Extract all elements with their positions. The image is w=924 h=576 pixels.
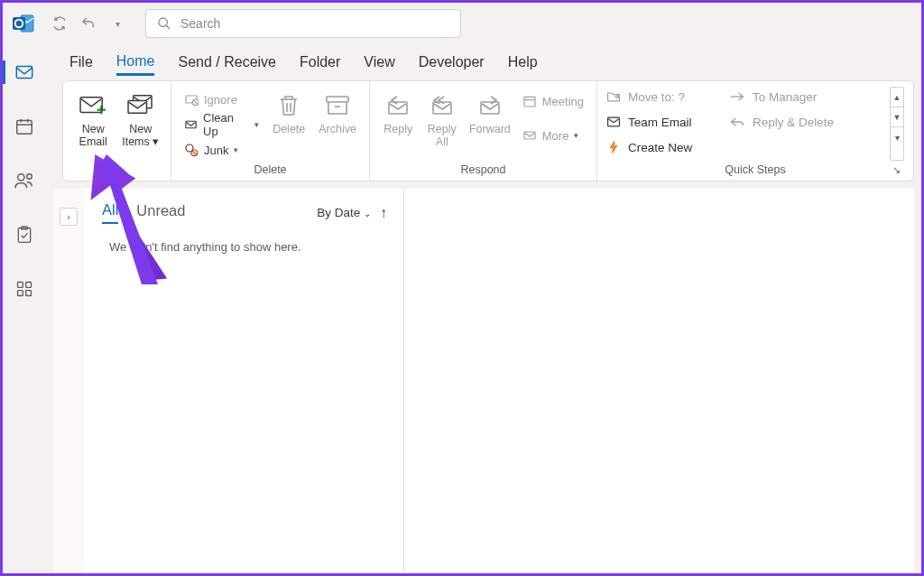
- svg-rect-15: [18, 283, 23, 288]
- reply-all-icon: [429, 95, 456, 116]
- quickstep-team-email[interactable]: Team Email: [606, 112, 722, 132]
- menu-home[interactable]: Home: [116, 50, 155, 76]
- svg-rect-27: [186, 121, 196, 128]
- svg-rect-23: [128, 100, 146, 113]
- filter-unread-tab[interactable]: Unread: [136, 202, 185, 223]
- svg-line-5: [166, 25, 170, 29]
- quickstep-reply-delete[interactable]: Reply & Delete: [729, 112, 852, 132]
- rail-calendar-icon[interactable]: [3, 111, 46, 142]
- rail-people-icon[interactable]: [3, 165, 46, 196]
- envelope-icon: [522, 128, 537, 143]
- more-respond-button[interactable]: More▾: [519, 125, 587, 146]
- quickstep-manager-label: To Manager: [753, 90, 817, 104]
- move-folder-icon: [606, 90, 621, 103]
- broom-icon: [184, 117, 198, 132]
- archive-icon: [325, 94, 350, 117]
- forward-icon: [477, 95, 503, 116]
- calendar-icon: [522, 94, 537, 108]
- reply-arrow-icon: [729, 116, 745, 127]
- new-group-label: w: [63, 161, 171, 181]
- new-items-button[interactable]: NewItems ▾: [120, 87, 162, 149]
- spinner-more-icon[interactable]: ▾: [891, 127, 903, 147]
- meeting-button[interactable]: Meeting: [519, 90, 587, 112]
- undo-icon[interactable]: [79, 14, 98, 33]
- new-email-button[interactable]: NewEmail: [72, 87, 115, 149]
- svg-rect-41: [608, 117, 620, 126]
- content-area: › All Unread By Date ⌄ ↑ We didn't find …: [53, 189, 914, 573]
- title-bar: ▾ Search: [3, 3, 921, 44]
- quickstep-to-manager[interactable]: To Manager: [729, 87, 852, 107]
- main-region: File Home Send / Receive Folder View Dev…: [46, 44, 921, 573]
- quickstep-create-new[interactable]: Create New: [606, 137, 722, 157]
- left-navigation-rail: [3, 44, 46, 573]
- quick-access-toolbar: ▾: [44, 14, 133, 33]
- quickstep-replydel-label: Reply & Delete: [753, 116, 834, 129]
- rail-apps-icon[interactable]: [3, 274, 46, 304]
- svg-rect-17: [18, 291, 23, 296]
- junk-label: Junk: [204, 144, 228, 157]
- archive-button[interactable]: Archive: [315, 87, 360, 135]
- menu-file[interactable]: File: [69, 51, 93, 74]
- spinner-up-icon[interactable]: ▲: [891, 88, 903, 107]
- delete-button[interactable]: Delete: [268, 87, 310, 135]
- forward-button[interactable]: Forward: [467, 87, 513, 135]
- reply-button[interactable]: Reply: [379, 87, 418, 135]
- trash-icon: [277, 93, 300, 118]
- quickstep-gallery-spinner[interactable]: ▲ ▼ ▾: [890, 87, 904, 161]
- menu-view[interactable]: View: [364, 51, 394, 74]
- ignore-button[interactable]: Ignore: [180, 88, 263, 110]
- envelopes-stack-icon: [126, 94, 155, 117]
- delete-group-label: Delete: [171, 161, 369, 181]
- lightning-icon: [606, 140, 621, 154]
- search-input[interactable]: Search: [145, 9, 461, 38]
- quicksteps-launcher-icon[interactable]: ↘: [892, 164, 901, 176]
- chevron-down-icon: ▾: [254, 120, 259, 129]
- chevron-down-icon: ⌄: [364, 209, 371, 218]
- new-items-label: NewItems: [122, 123, 152, 148]
- chevron-down-icon: ▾: [152, 135, 159, 148]
- arrow-right-icon: [729, 91, 745, 102]
- chevron-down-icon: ▾: [234, 145, 238, 154]
- forward-label: Forward: [469, 123, 511, 135]
- search-placeholder: Search: [180, 16, 220, 31]
- reading-pane: [404, 189, 914, 573]
- ignore-icon: [184, 92, 199, 107]
- quickstep-create-label: Create New: [628, 141, 692, 154]
- delete-label: Delete: [273, 123, 305, 135]
- sort-direction-button[interactable]: ↑: [380, 205, 387, 221]
- svg-point-11: [18, 174, 24, 181]
- folder-pane-collapsed: ›: [53, 189, 84, 573]
- sync-icon[interactable]: [50, 14, 69, 33]
- expand-folder-pane-button[interactable]: ›: [60, 208, 78, 226]
- reply-all-button[interactable]: ReplyAll: [423, 87, 462, 149]
- junk-icon: [184, 143, 199, 157]
- respond-group-label: Respond: [370, 161, 596, 181]
- meeting-label: Meeting: [542, 95, 584, 108]
- reply-icon: [385, 95, 411, 116]
- rail-tasks-icon[interactable]: [3, 219, 46, 250]
- menu-send-receive[interactable]: Send / Receive: [178, 51, 276, 74]
- menu-developer[interactable]: Developer: [419, 51, 485, 74]
- svg-rect-40: [524, 132, 535, 139]
- quickstep-move-to[interactable]: Move to: ?: [606, 87, 722, 107]
- sort-by-button[interactable]: By Date ⌄: [317, 206, 371, 219]
- menu-folder[interactable]: Folder: [300, 51, 340, 74]
- svg-rect-33: [327, 97, 348, 102]
- rail-mail-icon[interactable]: [3, 57, 46, 88]
- cleanup-button[interactable]: Clean Up▾: [180, 114, 263, 135]
- archive-label: Archive: [319, 123, 356, 135]
- search-icon: [157, 16, 171, 31]
- menu-tabs: File Home Send / Receive Folder View Dev…: [46, 44, 921, 80]
- menu-help[interactable]: Help: [508, 51, 538, 74]
- svg-point-4: [159, 18, 167, 26]
- quickstep-move-label: Move to: ?: [628, 90, 685, 104]
- junk-button[interactable]: Junk▾: [180, 139, 263, 161]
- envelope-plus-icon: [79, 94, 107, 117]
- spinner-down-icon[interactable]: ▼: [891, 107, 903, 127]
- svg-rect-38: [524, 97, 535, 107]
- qat-customize-icon[interactable]: ▾: [107, 14, 127, 33]
- svg-rect-36: [433, 102, 451, 114]
- ignore-label: Ignore: [204, 93, 237, 107]
- filter-all-tab[interactable]: All: [102, 201, 118, 224]
- empty-message-text: We didn't find anything to show here.: [84, 229, 403, 254]
